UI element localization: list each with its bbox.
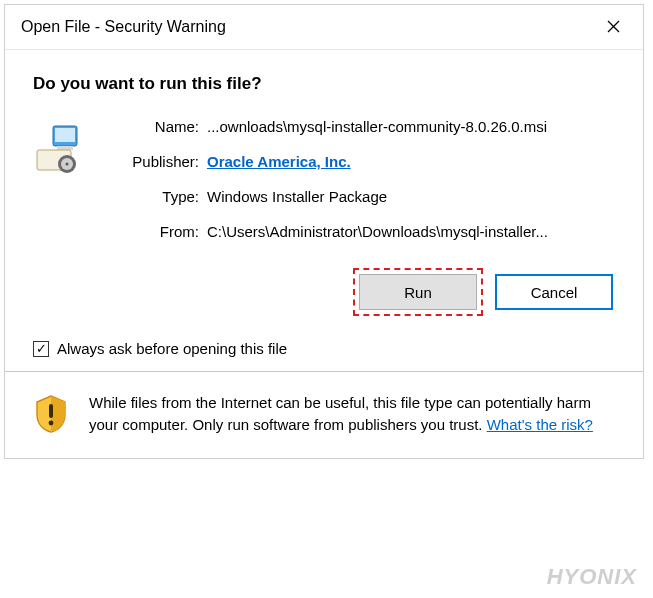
- run-button[interactable]: Run: [359, 274, 477, 310]
- file-info-grid: Name: ...ownloads\mysql-installer-commun…: [109, 118, 615, 240]
- close-icon: [607, 19, 620, 36]
- always-ask-row: ✓ Always ask before opening this file: [33, 340, 615, 357]
- close-button[interactable]: [595, 13, 631, 41]
- footer-warning: While files from the Internet can be use…: [5, 371, 643, 458]
- svg-rect-9: [49, 404, 53, 418]
- watermark: HYONIX: [547, 564, 637, 590]
- window-title: Open File - Security Warning: [21, 18, 226, 36]
- installer-icon: [33, 122, 85, 174]
- file-info-section: Name: ...ownloads\mysql-installer-commun…: [33, 118, 615, 240]
- from-label: From:: [109, 223, 199, 240]
- publisher-link[interactable]: Oracle America, Inc.: [207, 153, 351, 170]
- cancel-button[interactable]: Cancel: [495, 274, 613, 310]
- name-label: Name:: [109, 118, 199, 135]
- type-label: Type:: [109, 188, 199, 205]
- dialog-content: Do you want to run this file? Name: ...o…: [5, 50, 643, 371]
- action-buttons: Run Cancel: [33, 274, 615, 310]
- svg-point-8: [66, 163, 69, 166]
- heading: Do you want to run this file?: [33, 74, 615, 94]
- svg-rect-3: [55, 128, 75, 142]
- name-value: ...ownloads\mysql-installer-community-8.…: [207, 118, 615, 135]
- titlebar: Open File - Security Warning: [5, 5, 643, 50]
- always-ask-label[interactable]: Always ask before opening this file: [57, 340, 287, 357]
- footer-text: While files from the Internet can be use…: [89, 392, 615, 436]
- svg-point-10: [49, 421, 54, 426]
- shield-icon: [33, 394, 69, 434]
- run-highlight: Run: [359, 274, 477, 310]
- from-value: C:\Users\Administrator\Downloads\mysql-i…: [207, 223, 615, 240]
- always-ask-checkbox[interactable]: ✓: [33, 341, 49, 357]
- whats-the-risk-link[interactable]: What's the risk?: [487, 416, 593, 433]
- type-value: Windows Installer Package: [207, 188, 615, 205]
- security-warning-dialog: Open File - Security Warning Do you want…: [4, 4, 644, 459]
- svg-rect-4: [57, 146, 73, 150]
- publisher-label: Publisher:: [109, 153, 199, 170]
